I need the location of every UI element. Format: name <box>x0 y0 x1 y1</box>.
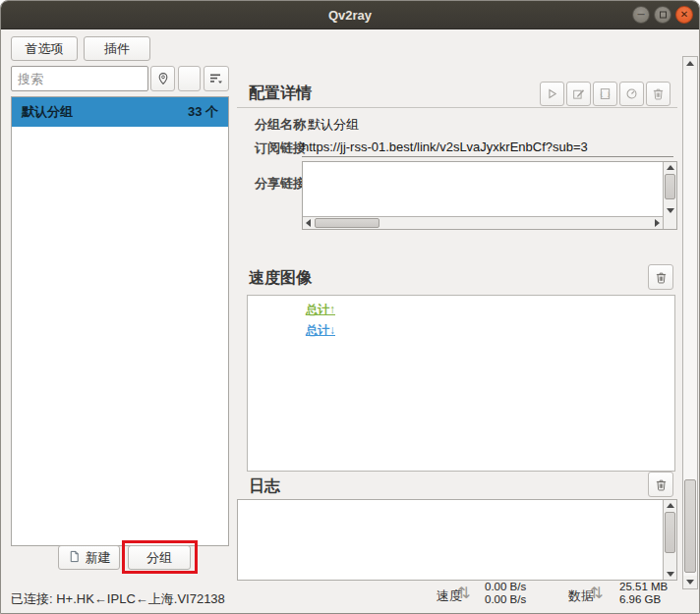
connection-status: 已连接: H+.HK←IPLC←上海.VI72138 <box>11 590 225 608</box>
group-list: 默认分组 33 个 <box>11 96 229 546</box>
scroll-down-icon[interactable] <box>683 576 697 588</box>
share-links-content <box>303 162 663 216</box>
preferences-button[interactable]: 首选项 <box>11 36 78 61</box>
titlebar[interactable]: Qv2ray ─ ✕ <box>1 1 699 29</box>
share-links-label: 分享链接 <box>255 175 306 193</box>
plugins-button[interactable]: 插件 <box>84 36 150 61</box>
blank-button[interactable] <box>178 66 201 91</box>
preferences-label: 首选项 <box>26 40 64 58</box>
section-separator <box>237 107 677 108</box>
search-input[interactable] <box>11 66 148 91</box>
scroll-down-icon[interactable] <box>664 205 676 216</box>
delete-icon <box>652 87 665 100</box>
share-h-scroll-thumb[interactable] <box>315 218 379 228</box>
sort-descending-icon <box>209 72 223 85</box>
log-section-title: 日志 <box>249 476 280 497</box>
scroll-left-icon[interactable] <box>303 217 314 229</box>
speed-down-value: 0.00 B/s <box>485 593 526 606</box>
log-vertical-scrollbar[interactable] <box>663 500 676 580</box>
speed-values: 0.00 B/s 0.00 B/s <box>485 581 526 606</box>
group-name-label: 分组名称 <box>255 116 306 134</box>
delete-button[interactable] <box>646 82 671 106</box>
subscription-label: 订阅链接 <box>255 140 306 157</box>
json-edit-icon: { } <box>599 87 612 100</box>
scroll-right-icon[interactable] <box>652 217 663 229</box>
share-links-textarea[interactable] <box>302 161 677 230</box>
scroll-down-icon[interactable] <box>664 569 676 580</box>
svg-text:{ }: { } <box>600 90 611 97</box>
edit-button[interactable] <box>566 82 591 106</box>
speed-chart: 总计↑ 总计↓ <box>247 295 675 472</box>
clear-speed-graph-button[interactable] <box>648 264 673 290</box>
log-viewer[interactable] <box>237 499 677 581</box>
new-document-icon <box>68 550 81 566</box>
scroll-up-icon[interactable] <box>664 162 676 173</box>
legend-total-down[interactable]: 总计↓ <box>306 322 335 339</box>
speed-up-value: 0.00 B/s <box>485 581 526 593</box>
group-button[interactable]: 分组 <box>128 545 191 570</box>
latency-test-icon <box>625 87 638 100</box>
data-values: 25.51 MB 6.96 GB <box>619 581 668 606</box>
data-down-value: 6.96 GB <box>619 593 668 606</box>
share-v-scroll-thumb[interactable] <box>665 174 675 199</box>
location-pin-icon <box>156 72 170 85</box>
window-controls: ─ ✕ <box>632 6 693 24</box>
subscription-link-input[interactable] <box>302 138 673 157</box>
group-name-value: 默认分组 <box>308 116 359 134</box>
up-down-arrows-icon: ⇅ <box>457 584 470 602</box>
sort-button[interactable] <box>204 66 229 91</box>
group-count-badge: 33 个 <box>188 103 218 121</box>
plugins-label: 插件 <box>104 40 130 58</box>
scroll-up-icon[interactable] <box>683 57 697 70</box>
play-icon <box>546 87 558 100</box>
clear-log-button[interactable] <box>648 472 673 497</box>
minimize-icon[interactable]: ─ <box>632 6 650 24</box>
qv2ray-main-window: Qv2ray ─ ✕ 首选项 插件 默认分组 33 个 <box>0 0 700 614</box>
log-content <box>238 500 663 580</box>
edit-icon <box>572 87 585 100</box>
legend-total-up[interactable]: 总计↑ <box>306 302 335 318</box>
edit-json-button[interactable]: { } <box>593 82 617 106</box>
start-button[interactable] <box>540 82 564 106</box>
speed-section-title: 速度图像 <box>249 268 312 289</box>
data-up-value: 25.51 MB <box>619 581 668 593</box>
locate-current-button[interactable] <box>150 66 175 91</box>
delete-icon <box>655 478 668 491</box>
log-scroll-thumb[interactable] <box>665 512 675 553</box>
panel-scroll-thumb[interactable] <box>684 479 696 573</box>
panel-scrollbar[interactable] <box>682 56 698 589</box>
maximize-icon[interactable] <box>654 6 671 24</box>
share-horizontal-scrollbar[interactable] <box>303 216 663 229</box>
latency-test-button[interactable] <box>619 82 644 106</box>
details-title: 配置详情 <box>249 84 312 104</box>
new-connection-button[interactable]: 新建 <box>58 545 120 570</box>
group-list-item-default[interactable]: 默认分组 33 个 <box>12 97 228 127</box>
close-icon[interactable]: ✕ <box>675 6 693 24</box>
delete-icon <box>655 271 668 284</box>
group-button-label: 分组 <box>146 549 172 567</box>
group-name: 默认分组 <box>22 103 188 121</box>
up-down-arrows-icon: ⇅ <box>590 584 603 602</box>
share-vertical-scrollbar[interactable] <box>663 162 676 229</box>
scroll-up-icon[interactable] <box>664 500 676 511</box>
new-button-label: 新建 <box>86 549 111 567</box>
window-title: Qv2ray <box>328 8 372 23</box>
